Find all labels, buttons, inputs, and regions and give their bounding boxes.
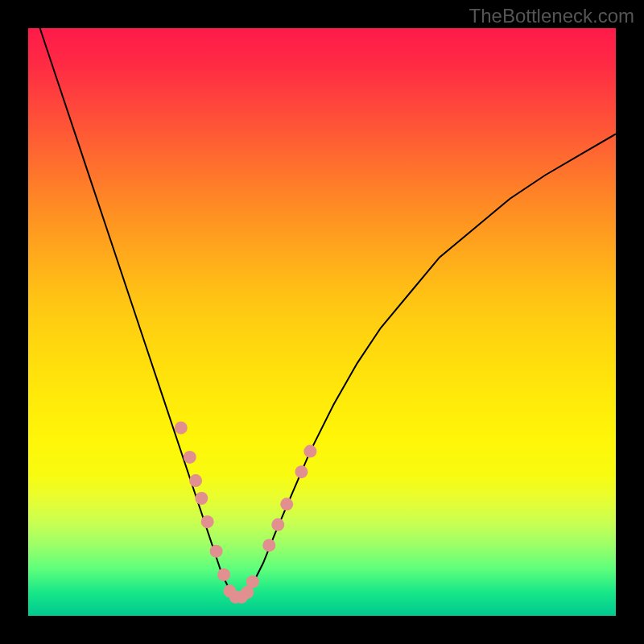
highlight-dot bbox=[246, 576, 259, 588]
highlight-dot bbox=[210, 545, 223, 558]
highlight-dot bbox=[201, 515, 214, 528]
highlight-dot bbox=[195, 492, 208, 505]
highlight-dots-group bbox=[175, 421, 317, 603]
highlight-dot bbox=[295, 465, 308, 478]
highlight-dot bbox=[184, 451, 196, 464]
highlight-dot bbox=[175, 421, 188, 434]
bottleneck-curve bbox=[40, 28, 616, 598]
chart-container: TheBottleneck.com bbox=[0, 0, 644, 644]
highlight-dot bbox=[189, 474, 202, 487]
chart-svg bbox=[28, 28, 616, 616]
plot-area bbox=[28, 28, 616, 616]
highlight-dot bbox=[217, 568, 230, 581]
highlight-dot bbox=[280, 497, 293, 510]
highlight-dot bbox=[303, 445, 316, 458]
highlight-dot bbox=[262, 539, 275, 551]
highlight-dot bbox=[271, 518, 284, 531]
watermark-text: TheBottleneck.com bbox=[469, 5, 634, 27]
